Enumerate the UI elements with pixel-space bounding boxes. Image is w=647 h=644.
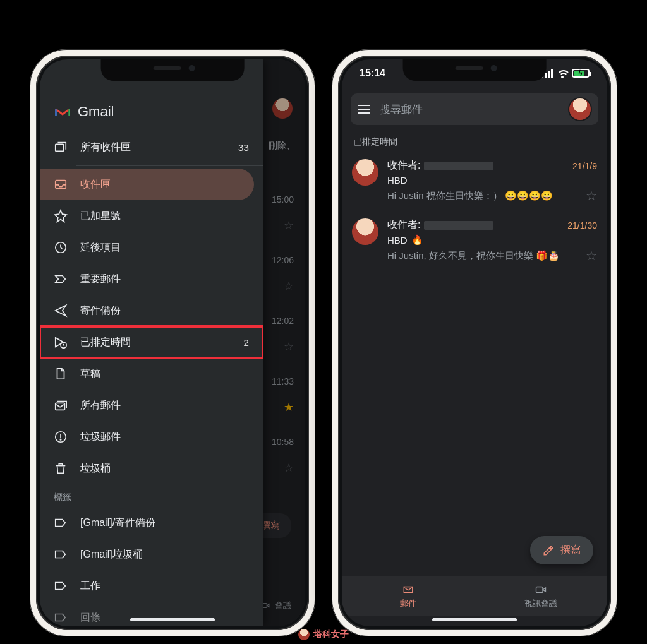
drawer-item-scheduled[interactable]: 已排定時間 2 bbox=[40, 326, 263, 358]
tab-mail[interactable]: 郵件 bbox=[342, 576, 475, 616]
drawer-label-item[interactable]: [Gmail]/寄件備份 bbox=[40, 507, 263, 539]
mail-stack-icon bbox=[54, 398, 68, 412]
file-icon bbox=[54, 367, 68, 381]
drawer-item-starred[interactable]: 已加星號 bbox=[40, 200, 263, 232]
mail-snippet: Hi Justin, 好久不見，祝你生日快樂 bbox=[387, 250, 533, 262]
svg-rect-1 bbox=[56, 144, 64, 151]
drawer-label-item[interactable]: 回條 bbox=[40, 602, 263, 626]
search-placeholder: 搜尋郵件 bbox=[380, 102, 423, 117]
emoji-row: 😀😀😀😀 bbox=[505, 190, 553, 201]
tab-label: 視訊會議 bbox=[524, 598, 557, 609]
drawer-section-labels: 標籤 bbox=[40, 484, 263, 507]
drawer-header: Gmail bbox=[40, 95, 263, 131]
drawer-label: 垃圾郵件 bbox=[80, 431, 121, 444]
drawer-label-item[interactable]: [Gmail]垃圾桶 bbox=[40, 539, 263, 570]
redacted-recipient bbox=[424, 221, 493, 230]
drawer-label: 所有收件匣 bbox=[80, 141, 131, 154]
drawer-count: 2 bbox=[243, 337, 248, 348]
fire-emoji-icon: 🔥 bbox=[411, 234, 423, 246]
recipient-label: 收件者: bbox=[387, 159, 420, 172]
recipient-label: 收件者: bbox=[387, 218, 420, 232]
right-screen: 15:14 ϟ 搜尋郵件 已排定時間 bbox=[342, 59, 607, 626]
compose-fab[interactable]: 撰寫 bbox=[530, 536, 593, 564]
mail-date: 21/1/9 bbox=[572, 161, 597, 171]
svg-rect-2 bbox=[56, 181, 66, 189]
drawer-label: 已排定時間 bbox=[80, 336, 131, 349]
status-time: 15:14 bbox=[360, 68, 385, 79]
drawer-item-drafts[interactable]: 草稿 bbox=[40, 358, 263, 390]
label-icon bbox=[54, 611, 68, 624]
drawer-item-spam[interactable]: 垃圾郵件 bbox=[40, 421, 263, 453]
drawer-label: [Gmail]/寄件備份 bbox=[80, 516, 155, 530]
important-icon bbox=[54, 272, 68, 286]
scheduled-mail-item[interactable]: 收件者: 21/1/9 HBD Hi Justin 祝你生日快樂：） 😀😀😀😀 … bbox=[342, 152, 607, 211]
notch bbox=[101, 59, 245, 81]
mail-date: 21/1/30 bbox=[567, 220, 597, 230]
redacted-recipient bbox=[424, 162, 493, 170]
fab-label: 撰寫 bbox=[560, 544, 581, 557]
account-avatar[interactable] bbox=[569, 98, 591, 120]
drawer-label-item[interactable]: 工作 bbox=[40, 570, 263, 602]
label-icon bbox=[54, 547, 68, 561]
nav-drawer: Gmail 所有收件匣 33 bbox=[40, 59, 263, 626]
inbox-icon bbox=[54, 177, 68, 191]
watermark: 塔科女子 bbox=[298, 629, 349, 640]
pencil-icon bbox=[543, 545, 554, 556]
bottom-nav: 郵件 視訊會議 bbox=[342, 576, 607, 616]
drawer-label: 草稿 bbox=[80, 367, 100, 381]
star-icon bbox=[54, 209, 68, 223]
mail-subject: HBD bbox=[387, 235, 408, 246]
scheduled-mail-item[interactable]: 收件者: 21/1/30 HBD 🔥 Hi Justin, 好久不見，祝你生日快… bbox=[342, 211, 607, 271]
sender-avatar bbox=[352, 218, 378, 245]
drawer-item-inbox[interactable]: 收件匣 bbox=[40, 169, 254, 200]
drawer-label: 已加星號 bbox=[80, 210, 121, 223]
svg-point-7 bbox=[60, 439, 61, 439]
search-bar[interactable]: 搜尋郵件 bbox=[351, 93, 598, 125]
home-indicator[interactable] bbox=[130, 618, 215, 621]
watermark-avatar-icon bbox=[298, 629, 310, 640]
bg-tab-meet[interactable]: 會議 bbox=[260, 600, 291, 611]
drawer-item-snoozed[interactable]: 延後項目 bbox=[40, 232, 263, 263]
section-title: 已排定時間 bbox=[342, 131, 607, 152]
drawer-label: [Gmail]垃圾桶 bbox=[80, 548, 143, 561]
gmail-logo-icon bbox=[54, 105, 71, 119]
mail-snippet: Hi Justin 祝你生日快樂：） bbox=[387, 190, 502, 202]
label-icon bbox=[54, 516, 68, 530]
mail-icon bbox=[401, 584, 415, 595]
label-icon bbox=[54, 579, 68, 593]
notch bbox=[403, 59, 547, 81]
stacked-inbox-icon bbox=[54, 140, 68, 154]
drawer-label: 工作 bbox=[80, 580, 100, 593]
drawer-label: 所有郵件 bbox=[80, 399, 121, 412]
tab-meet[interactable]: 視訊會議 bbox=[475, 576, 607, 616]
drawer-item-important[interactable]: 重要郵件 bbox=[40, 263, 263, 295]
drawer-label: 重要郵件 bbox=[80, 273, 121, 286]
wifi-icon bbox=[557, 69, 568, 78]
divider bbox=[76, 165, 263, 166]
right-phone-frame: 15:14 ϟ 搜尋郵件 已排定時間 bbox=[332, 49, 617, 636]
watermark-text: 塔科女子 bbox=[313, 629, 349, 640]
left-phone-frame: 、刪除、 本篇的…15:00☆ 欲成…12:06☆ 知 姓…12:02☆ 可以…… bbox=[30, 49, 315, 636]
star-toggle[interactable]: ☆ bbox=[586, 188, 597, 203]
drawer-item-all-mail[interactable]: 所有郵件 bbox=[40, 390, 263, 421]
drawer-label: 垃圾桶 bbox=[80, 462, 111, 475]
emoji-row: 🎁🎂 bbox=[536, 250, 560, 261]
star-toggle[interactable]: ☆ bbox=[586, 248, 597, 263]
gmail-wordmark: Gmail bbox=[78, 104, 114, 120]
send-icon bbox=[54, 304, 68, 318]
drawer-label: 收件匣 bbox=[80, 178, 111, 191]
left-screen: 、刪除、 本篇的…15:00☆ 欲成…12:06☆ 知 姓…12:02☆ 可以…… bbox=[40, 59, 305, 626]
drawer-label: 寄件備份 bbox=[80, 304, 121, 318]
drawer-item-trash[interactable]: 垃圾桶 bbox=[40, 453, 263, 484]
svg-rect-8 bbox=[536, 587, 543, 592]
sender-avatar bbox=[352, 159, 378, 186]
clock-icon bbox=[54, 241, 68, 254]
drawer-item-all-inboxes[interactable]: 所有收件匣 33 bbox=[40, 131, 263, 163]
menu-icon[interactable] bbox=[358, 105, 370, 114]
account-avatar[interactable] bbox=[272, 98, 293, 119]
drawer-item-sent[interactable]: 寄件備份 bbox=[40, 295, 263, 326]
gmail-logo: Gmail bbox=[54, 104, 114, 120]
tab-label: 郵件 bbox=[400, 598, 416, 609]
home-indicator[interactable] bbox=[432, 618, 517, 621]
scheduled-send-icon bbox=[54, 335, 68, 349]
